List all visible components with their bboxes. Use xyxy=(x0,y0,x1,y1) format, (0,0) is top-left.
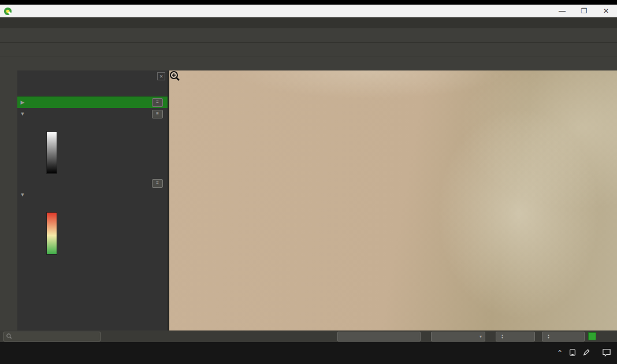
tray-tablet-icon[interactable] xyxy=(568,348,577,358)
restore-button[interactable]: ❐ xyxy=(573,5,595,17)
contour-lines xyxy=(169,70,617,330)
magnifier-value[interactable]: ▲▼ xyxy=(496,332,535,341)
scale-select[interactable]: ▾ xyxy=(431,332,485,341)
layer-row-cieniowanie[interactable]: ▼ ≡ xyxy=(17,108,168,120)
notification-icon[interactable] xyxy=(602,348,611,358)
search-icon xyxy=(6,333,13,341)
layer-menu-icon[interactable]: ≡ xyxy=(152,179,163,188)
tray-pen-icon[interactable] xyxy=(582,348,590,358)
layers-panel: ✕ ▶ ≡ ▼ ≡ ≡ ▼ xyxy=(17,70,169,330)
zoom-in-cursor-icon xyxy=(169,70,181,82)
tray-chevron-icon[interactable]: ⌃ xyxy=(557,349,563,357)
color-ramp xyxy=(46,212,57,255)
status-bar: ▾ ▲▼ ▲▼ xyxy=(0,330,617,342)
gray-ramp-legend xyxy=(17,131,168,174)
layer-row-ekspozycja[interactable]: ▶ ≡ xyxy=(17,96,168,108)
qgis-logo-icon xyxy=(3,7,12,16)
toolbar-raster xyxy=(0,57,617,71)
data-source-rail xyxy=(0,70,17,330)
layers-panel-toolbar xyxy=(17,82,168,96)
layers-panel-header: ✕ xyxy=(17,70,168,82)
panel-close-icon[interactable]: ✕ xyxy=(157,72,165,80)
layer-row-warstwice[interactable]: ≡ xyxy=(17,177,168,189)
map-canvas[interactable] xyxy=(169,70,617,330)
toolbar-main xyxy=(0,28,617,43)
toolbar-digitizing xyxy=(0,43,617,57)
band-label xyxy=(17,120,168,130)
layer-menu-icon[interactable]: ≡ xyxy=(152,110,163,118)
title-bar: — ❐ ✕ xyxy=(0,5,617,17)
system-tray: ⌃ xyxy=(557,348,617,358)
collapse-icon[interactable]: ▼ xyxy=(20,192,25,198)
coords-value[interactable] xyxy=(337,332,421,341)
rotation-value[interactable]: ▲▼ xyxy=(542,332,585,341)
gray-ramp xyxy=(46,131,57,174)
collapse-icon[interactable]: ▼ xyxy=(20,111,25,117)
locator-search-input[interactable] xyxy=(3,332,101,341)
windows-taskbar: ⌃ xyxy=(0,342,617,364)
render-checkbox[interactable] xyxy=(588,332,596,340)
minimize-button[interactable]: — xyxy=(551,5,573,17)
layer-menu-icon[interactable]: ≡ xyxy=(152,98,163,107)
layer-row-dtm[interactable]: ▼ xyxy=(17,189,168,200)
close-button[interactable]: ✕ xyxy=(595,5,617,17)
band-label xyxy=(17,200,168,211)
expand-icon[interactable]: ▶ xyxy=(20,99,25,105)
color-ramp-legend xyxy=(17,212,168,255)
menu-bar xyxy=(0,17,617,28)
